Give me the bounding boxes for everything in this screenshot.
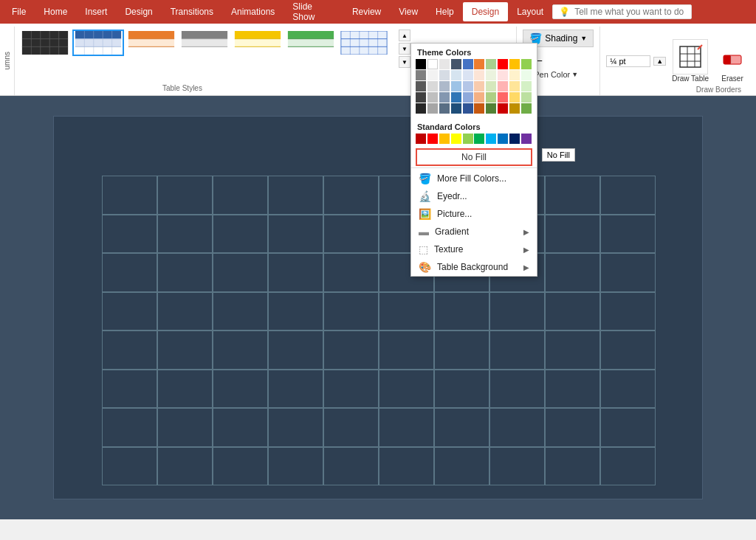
sc-4[interactable] [451,134,461,144]
color-swatch-t2-1[interactable] [416,70,426,80]
table-cell[interactable] [268,292,323,331]
table-cell[interactable] [600,292,656,331]
table-cell[interactable] [489,292,545,331]
table-cell[interactable] [268,176,323,215]
table-cell[interactable] [323,176,379,215]
table-style-7[interactable] [338,30,390,56]
table-cell[interactable] [323,330,379,370]
tab-review[interactable]: Review [343,2,390,21]
table-cell[interactable] [600,253,656,292]
table-cell[interactable] [213,176,268,215]
color-swatch-t5-9[interactable] [509,103,520,114]
table-cell[interactable] [545,408,600,447]
color-swatch-t2-10[interactable] [521,70,532,80]
color-swatch-t4-7[interactable] [486,92,496,103]
sc-6[interactable] [474,134,484,144]
table-cell[interactable] [323,215,379,254]
tab-layout[interactable]: Layout [508,2,552,21]
table-cell[interactable] [379,292,434,331]
table-cell[interactable] [600,408,656,447]
table-cell[interactable] [323,408,379,447]
slide-table[interactable]: // Generate table cells const table = do… [102,176,656,485]
color-swatch-darkblue[interactable] [451,59,461,69]
table-cell[interactable] [157,447,213,486]
table-cell[interactable] [268,215,323,254]
tab-home[interactable]: Home [35,2,76,21]
table-cell[interactable] [489,408,545,447]
color-swatch-t3-8[interactable] [498,81,508,91]
tab-transitions[interactable]: Transitions [162,2,222,21]
table-cell[interactable] [157,292,213,331]
table-cell[interactable] [268,408,323,447]
table-style-3[interactable] [126,30,177,56]
sc-9[interactable] [509,134,520,144]
sc-2[interactable] [427,134,438,144]
picture-item[interactable]: 🖼️ Picture... [411,205,537,223]
sc-5[interactable] [463,134,473,144]
gradient-item[interactable]: ▬ Gradient ▶ [411,223,537,240]
table-cell[interactable] [600,447,656,486]
table-cell[interactable] [489,370,545,409]
table-cell[interactable] [213,215,268,254]
table-cell[interactable] [489,330,545,370]
color-swatch-t4-1[interactable] [416,92,426,103]
table-cell[interactable] [213,370,268,409]
sc-8[interactable] [498,134,508,144]
sc-1[interactable] [416,134,426,144]
table-cell[interactable] [434,408,489,447]
table-cell[interactable] [157,408,213,447]
color-swatch-t3-9[interactable] [509,81,520,91]
color-swatch-t3-2[interactable] [427,81,438,91]
color-swatch-t3-6[interactable] [474,81,484,91]
color-swatch-t5-3[interactable] [439,103,450,114]
table-cell[interactable] [268,447,323,486]
tab-design-main[interactable]: Design [116,2,161,21]
eyedropper-item[interactable]: 🔬 Eyedr... [411,187,537,205]
color-swatch-t3-3[interactable] [439,81,450,91]
table-cell[interactable] [545,176,600,215]
color-swatch-t3-1[interactable] [416,81,426,91]
scroll-down-button[interactable]: ▼ [399,43,410,55]
table-cell[interactable] [379,370,434,409]
table-cell[interactable] [213,330,268,370]
color-swatch-green[interactable] [486,59,496,69]
table-cell[interactable] [157,215,213,254]
table-cell[interactable] [213,253,268,292]
color-swatch-lime[interactable] [521,59,532,69]
sc-10[interactable] [521,134,532,144]
color-swatch-t4-8[interactable] [498,92,508,103]
color-swatch-t3-10[interactable] [521,81,532,91]
table-cell[interactable] [434,330,489,370]
table-cell[interactable] [379,330,434,370]
color-swatch-t4-10[interactable] [521,92,532,103]
color-swatch-t4-6[interactable] [474,92,484,103]
color-swatch-t2-4[interactable] [451,70,461,80]
table-cell[interactable] [268,330,323,370]
tab-design-table[interactable]: Design [463,2,508,21]
color-swatch-t4-5[interactable] [463,92,473,103]
table-cell[interactable] [323,370,379,409]
table-cell[interactable] [600,370,656,409]
table-cell[interactable] [268,370,323,409]
color-swatch-t5-1[interactable] [416,103,426,114]
more-fill-colors-item[interactable]: 🪣 More Fill Colors... [411,170,537,187]
table-cell[interactable] [157,370,213,409]
table-style-6[interactable] [285,30,337,56]
tab-animations[interactable]: Animations [222,2,284,21]
table-cell[interactable] [323,447,379,486]
table-cell[interactable] [434,447,489,486]
table-cell[interactable] [600,215,656,254]
color-swatch-t4-2[interactable] [427,92,438,103]
table-cell[interactable] [157,330,213,370]
table-cell[interactable] [323,253,379,292]
color-swatch-t2-2[interactable] [427,70,438,80]
table-background-item[interactable]: 🎨 Table Background ▶ [411,258,537,276]
color-swatch-t2-6[interactable] [474,70,484,80]
table-cell[interactable] [102,330,157,370]
color-swatch-t3-4[interactable] [451,81,461,91]
draw-table-button[interactable]: Draw Table [672,39,709,83]
table-cell[interactable] [545,292,600,331]
eraser-button[interactable]: Eraser [715,39,750,83]
scroll-up-button[interactable]: ▲ [399,30,410,41]
table-cell[interactable] [102,447,157,486]
